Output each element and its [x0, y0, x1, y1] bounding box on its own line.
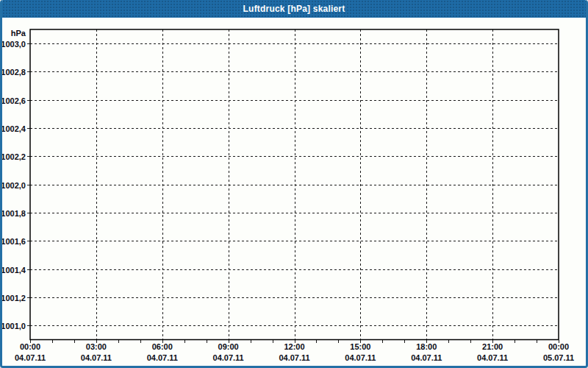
y-tick-label: 1002,6 [2, 96, 26, 105]
y-tick-label: 1001,2 [2, 294, 26, 302]
y-tick-label: 1002,0 [2, 181, 26, 190]
x-date-label: 04.07.11 [81, 353, 112, 362]
x-time-label: 18:00 [416, 342, 437, 351]
y-tick-label: 1003,0 [2, 40, 26, 49]
y-tick-label: 1001,0 [2, 322, 26, 330]
chart-area: 1003,01002,81002,61002,41002,21002,01001… [2, 18, 586, 366]
y-tick-label: 1001,6 [2, 237, 26, 246]
x-date-label: 04.07.11 [411, 353, 442, 362]
x-time-label: 15:00 [350, 342, 370, 351]
x-time-label: 03:00 [86, 342, 107, 351]
pressure-chart: 1003,01002,81002,61002,41002,21002,01001… [2, 18, 586, 366]
chart-window: Luftdruck [hPa] skaliert 1003,01002,8100… [0, 0, 588, 368]
x-date-label: 04.07.11 [345, 353, 376, 362]
x-time-label: 09:00 [218, 342, 239, 351]
y-tick-label: 1001,8 [2, 209, 26, 218]
y-tick-label: 1002,4 [2, 124, 26, 133]
y-tick-label: 1001,4 [2, 266, 26, 275]
x-time-label: 00:00 [20, 342, 40, 351]
y-tick-label: 1002,2 [2, 152, 26, 161]
x-time-label: 00:00 [548, 342, 569, 351]
x-time-label: 12:00 [284, 342, 304, 351]
x-date-label: 05.07.11 [543, 353, 574, 362]
chart-title: Luftdruck [hPa] skaliert [243, 4, 345, 14]
x-time-label: 21:00 [482, 342, 503, 351]
x-date-label: 04.07.11 [147, 353, 178, 362]
x-date-label: 04.07.11 [279, 353, 309, 362]
x-date-label: 04.07.11 [477, 353, 508, 362]
y-tick-label: 1002,8 [2, 68, 26, 77]
x-date-label: 04.07.11 [213, 353, 244, 362]
x-date-label: 04.07.11 [15, 353, 46, 362]
x-time-label: 06:00 [152, 342, 173, 351]
plot-border [30, 29, 559, 340]
title-bar: Luftdruck [hPa] skaliert [2, 0, 586, 18]
y-axis-unit-label: hPa [11, 29, 26, 38]
